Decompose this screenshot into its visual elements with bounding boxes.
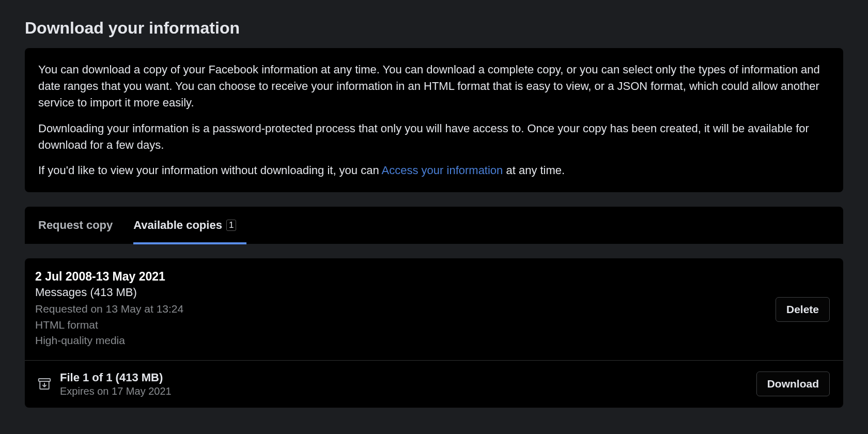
tab-request-label: Request copy (38, 219, 113, 232)
access-information-link[interactable]: Access your information (382, 164, 503, 177)
delete-button[interactable]: Delete (776, 297, 830, 322)
info-paragraph-2: Downloading your information is a passwo… (38, 120, 830, 153)
page-title: Download your information (25, 19, 843, 38)
file-expiry: Expires on 17 May 2021 (60, 385, 172, 397)
tab-request-copy[interactable]: Request copy (38, 207, 113, 244)
tab-available-copies[interactable]: Available copies 1 (133, 207, 236, 244)
tab-available-label: Available copies (133, 219, 222, 232)
file-row: File 1 of 1 (413 MB) Expires on 17 May 2… (25, 360, 843, 408)
copy-format: HTML format (35, 317, 183, 333)
tab-bar: Request copy Available copies 1 (25, 207, 843, 244)
archive-download-icon (35, 375, 54, 393)
copy-card: 2 Jul 2008-13 May 2021 Messages (413 MB)… (25, 258, 843, 407)
info-paragraph-1: You can download a copy of your Facebook… (38, 61, 830, 111)
info-paragraph-3: If you'd like to view your information w… (38, 162, 830, 179)
info-p3-suffix: at any time. (503, 164, 565, 177)
copy-media-quality: High-quality media (35, 333, 183, 348)
file-left: File 1 of 1 (413 MB) Expires on 17 May 2… (35, 371, 172, 397)
copy-date-range: 2 Jul 2008-13 May 2021 (35, 270, 183, 284)
info-p3-prefix: If you'd like to view your information w… (38, 164, 382, 177)
file-label: File 1 of 1 (413 MB) (60, 371, 172, 384)
copy-requested: Requested on 13 May at 13:24 (35, 301, 183, 317)
info-panel: You can download a copy of your Facebook… (25, 48, 843, 192)
copy-header: 2 Jul 2008-13 May 2021 Messages (413 MB)… (25, 258, 843, 360)
available-count-badge: 1 (226, 220, 236, 231)
copy-info: 2 Jul 2008-13 May 2021 Messages (413 MB)… (35, 270, 183, 348)
file-text: File 1 of 1 (413 MB) Expires on 17 May 2… (60, 371, 172, 397)
svg-rect-0 (39, 379, 51, 381)
download-button[interactable]: Download (756, 371, 830, 396)
copy-content-size: Messages (413 MB) (35, 286, 183, 299)
